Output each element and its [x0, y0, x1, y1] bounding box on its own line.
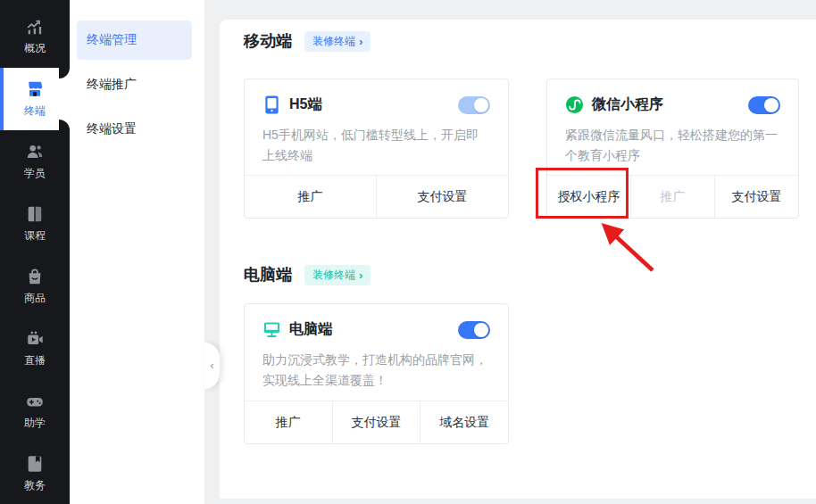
card-title: H5端 — [289, 95, 321, 114]
desktop-monitor-icon — [262, 320, 289, 339]
active-indicator-bar — [0, 68, 4, 130]
sidebar-item-label: 学员 — [24, 166, 46, 181]
payment-settings-button[interactable]: 支付设置 — [376, 176, 508, 218]
sidebar-item-courses[interactable]: 课程 — [0, 193, 70, 255]
promote-button[interactable]: 推广 — [245, 401, 332, 443]
submenu-item-terminal-settings[interactable]: 终端设置 — [77, 110, 192, 149]
submenu-item-label: 终端管理 — [87, 32, 137, 48]
card-actions: 推广 支付设置 — [245, 175, 508, 218]
sidebar-item-students[interactable]: 学员 — [0, 130, 70, 193]
sidebar-item-label: 直播 — [24, 353, 46, 368]
decorate-terminal-badge-pc[interactable]: 装修终端 › — [304, 265, 371, 285]
submenu-item-terminal-management[interactable]: 终端管理 — [77, 21, 192, 60]
card-header: H5端 — [245, 79, 508, 114]
card-actions: 推广 支付设置 域名设置 — [245, 401, 508, 443]
sidebar-item-label: 商品 — [24, 291, 46, 306]
gamepad-icon — [25, 392, 45, 411]
wechat-enable-toggle[interactable] — [748, 96, 780, 114]
card-header: 微信小程序 — [547, 79, 798, 114]
sidebar-item-label: 概况 — [24, 41, 46, 56]
h5-phone-icon — [262, 95, 289, 114]
pc-terminal-card: 电脑端 助力沉浸式教学，打造机构的品牌官网，实现线上全渠道覆盖！ 推广 支付设置… — [244, 303, 509, 444]
decorate-terminal-badge-mobile[interactable]: 装修终端 › — [304, 31, 371, 52]
toggle-knob — [474, 98, 488, 112]
video-camera-icon — [25, 329, 45, 349]
pc-enable-toggle[interactable] — [458, 321, 490, 339]
sidebar-item-label: 课程 — [24, 228, 46, 244]
mobile-section-header: 移动端 装修终端 › — [244, 30, 371, 52]
storefront-icon — [25, 79, 45, 99]
submenu-item-terminal-promotion[interactable]: 终端推广 — [77, 65, 192, 104]
submenu-item-label: 终端设置 — [87, 121, 137, 137]
pc-section-header: 电脑端 装修终端 › — [244, 264, 371, 285]
card-actions: 授权小程序 推广 支付设置 — [547, 175, 798, 218]
sidebar-item-goods[interactable]: 商品 — [0, 255, 70, 318]
card-description: H5手机网站，低门槛转型线上，开启即上线终端 — [245, 125, 508, 166]
chevron-right-icon: › — [359, 269, 362, 281]
notebook-bookmark-icon — [25, 454, 45, 474]
toggle-knob — [474, 323, 488, 337]
card-title: 电脑端 — [289, 320, 332, 339]
domain-settings-button[interactable]: 域名设置 — [420, 401, 508, 443]
card-description: 助力沉浸式教学，打造机构的品牌官网，实现线上全渠道覆盖！ — [245, 350, 508, 391]
secondary-menu: 终端管理 终端推广 终端设置 — [70, 0, 205, 504]
mobile-section-title: 移动端 — [244, 30, 292, 52]
chevron-left-icon: ‹ — [211, 359, 214, 372]
app-window: 概况 终端 学员 课程 商品 — [0, 0, 816, 504]
card-header: 电脑端 — [245, 304, 508, 339]
chevron-right-icon: › — [359, 36, 362, 47]
submenu-item-label: 终端推广 — [87, 77, 137, 93]
payment-settings-button[interactable]: 支付设置 — [332, 401, 420, 443]
sidebar-item-terminal[interactable]: 终端 — [0, 68, 70, 130]
primary-sidebar: 概况 终端 学员 课程 商品 — [0, 0, 70, 504]
sidebar-item-label: 终端 — [24, 103, 46, 119]
authorize-miniprogram-button[interactable]: 授权小程序 — [547, 176, 630, 218]
h5-enable-toggle[interactable] — [458, 96, 490, 114]
students-people-icon — [25, 142, 45, 161]
sidebar-item-live[interactable]: 直播 — [0, 318, 70, 380]
sidebar-item-label: 教务 — [24, 478, 46, 493]
badge-label: 装修终端 — [312, 268, 355, 283]
sidebar-item-study-aid[interactable]: 助学 — [0, 380, 70, 442]
overview-chart-icon — [25, 17, 45, 37]
sidebar-item-academics[interactable]: 教务 — [0, 442, 70, 504]
promote-button[interactable]: 推广 — [245, 176, 376, 218]
course-book-icon — [25, 204, 45, 224]
sidebar-item-label: 助学 — [24, 416, 46, 431]
sidebar-collapse-handle[interactable]: ‹ — [204, 343, 220, 389]
sidebar-item-overview[interactable]: 概况 — [0, 5, 70, 68]
badge-label: 装修终端 — [312, 34, 355, 49]
wechat-miniprogram-icon — [565, 95, 592, 114]
h5-terminal-card: H5端 H5手机网站，低门槛转型线上，开启即上线终端 推广 支付设置 — [244, 78, 509, 219]
promote-button-disabled: 推广 — [630, 176, 714, 218]
wechat-miniprogram-card: 微信小程序 紧跟微信流量风口，轻松搭建您的第一个教育小程序 授权小程序 推广 支… — [546, 78, 799, 219]
pc-section-title: 电脑端 — [244, 264, 292, 285]
shopping-bag-icon — [25, 267, 45, 286]
toggle-knob — [764, 98, 779, 112]
card-description: 紧跟微信流量风口，轻松搭建您的第一个教育小程序 — [547, 125, 798, 166]
payment-settings-button[interactable]: 支付设置 — [714, 176, 798, 218]
card-title: 微信小程序 — [592, 95, 663, 114]
content-panel: 移动端 装修终端 › H5端 H5手机网站，低门槛转型线上，开启即上线终端 推广… — [220, 20, 816, 499]
